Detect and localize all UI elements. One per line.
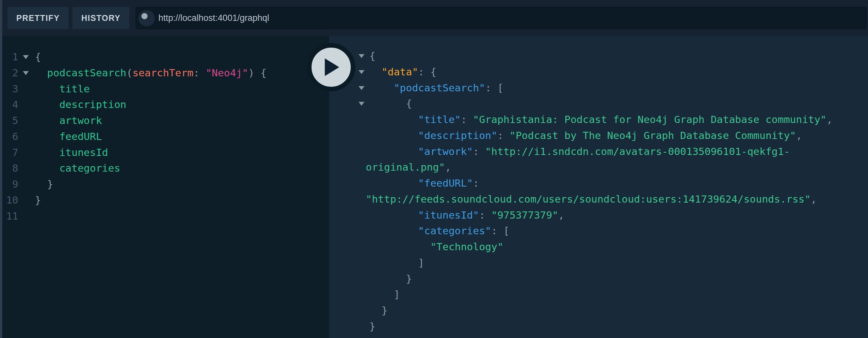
query-line: 3title [2,81,329,97]
code-text: ] [369,255,868,271]
code-text: feedURL [35,129,329,144]
line-number: 10 [2,192,18,208]
fold-arrow-icon[interactable] [359,102,365,106]
fold-arrow-icon[interactable] [359,54,365,58]
fold-arrow-icon[interactable] [359,70,365,74]
line-number: 9 [2,176,18,192]
query-line: 1{ [2,49,329,65]
workspace: 1{2podcastSearch(searchTerm: "Neo4j") {3… [0,36,868,338]
endpoint-url-input[interactable] [158,13,862,23]
query-line: 11 [2,208,329,224]
status-dot-icon [142,13,148,19]
play-icon [325,58,339,76]
history-button[interactable]: HISTORY [72,7,129,29]
query-line: 7itunesId [2,144,329,161]
line-number: 11 [2,208,18,224]
code-text: { [369,96,868,111]
response-line: } [329,271,868,287]
response-line: "http://feeds.soundcloud.com/users/sound… [329,191,868,207]
line-number: 7 [2,144,18,161]
code-text: "podcastSearch": [ [369,80,868,96]
response-line: "Technology" [329,239,868,255]
response-line: original.png", [329,159,868,175]
query-line: 8categories [2,160,329,176]
code-text: "feedURL": [369,175,868,191]
code-text: } [369,302,868,318]
code-text: { [369,48,868,64]
query-line: 9} [2,176,329,192]
graphql-playground-window: PRETTIFY HISTORY 1{2podcastSearch(search… [0,0,868,338]
response-line: } [329,318,868,334]
code-text: original.png", [366,159,868,175]
code-text: } [35,176,329,192]
line-number: 4 [2,97,18,112]
response-line: "podcastSearch": [ [329,80,868,96]
line-number: 5 [2,112,18,129]
response-pane: {"data": {"podcastSearch": [{"title": "G… [329,36,868,338]
fold-arrow-icon[interactable] [23,71,29,75]
query-editor-pane[interactable]: 1{2podcastSearch(searchTerm: "Neo4j") {3… [2,36,329,338]
response-line: ] [329,286,868,302]
code-text: ] [369,286,868,302]
code-text: itunesId [35,144,329,161]
code-text: "itunesId": "975377379", [369,207,868,223]
prettify-button[interactable]: PRETTIFY [7,7,69,29]
execute-query-button[interactable] [307,43,355,91]
line-number: 1 [2,49,18,65]
code-text: "description": "Podcast by The Neo4j Gra… [369,128,868,143]
fold-arrow-icon[interactable] [359,86,365,90]
code-text: description [35,97,329,112]
response-line: "description": "Podcast by The Neo4j Gra… [329,128,868,143]
code-text: artwork [35,112,329,129]
window-left-edge [0,0,2,338]
code-text: podcastSearch(searchTerm: "Neo4j") { [35,65,329,81]
response-line: } [329,302,868,318]
response-line: "title": "Graphistania: Podcast for Neo4… [329,111,868,128]
code-text: title [35,81,329,97]
line-number: 3 [2,81,18,97]
code-text: "categories": [ [369,223,868,239]
code-text: "data": { [369,64,868,80]
response-line: "categories": [ [329,223,868,239]
code-text: } [369,271,868,287]
line-number: 2 [2,65,18,81]
endpoint-url-bar[interactable] [135,7,867,29]
line-number: 6 [2,129,18,144]
code-text: "Technology" [369,239,868,255]
toolbar: PRETTIFY HISTORY [0,0,868,36]
query-line: 5artwork [2,112,329,129]
fold-arrow-icon[interactable] [23,55,29,59]
query-line: 10} [2,192,329,208]
response-line: "itunesId": "975377379", [329,207,868,223]
response-line: { [329,48,868,64]
response-line: { [329,96,868,111]
code-text: categories [35,160,329,176]
query-line: 6feedURL [2,129,329,144]
code-text: "http://feeds.soundcloud.com/users/sound… [366,191,868,207]
query-line: 4description [2,97,329,112]
code-text: "artwork": "http://i1.sndcdn.com/avatars… [369,143,868,160]
response-line: "artwork": "http://i1.sndcdn.com/avatars… [329,143,868,160]
code-text: { [35,49,329,65]
response-line: "feedURL": [329,175,868,191]
code-text: } [369,318,868,334]
response-line: "data": { [329,64,868,80]
code-text: } [35,192,329,208]
query-line: 2podcastSearch(searchTerm: "Neo4j") { [2,65,329,81]
response-line: ] [329,255,868,271]
line-number: 8 [2,160,18,176]
code-text: "title": "Graphistania: Podcast for Neo4… [369,111,868,128]
